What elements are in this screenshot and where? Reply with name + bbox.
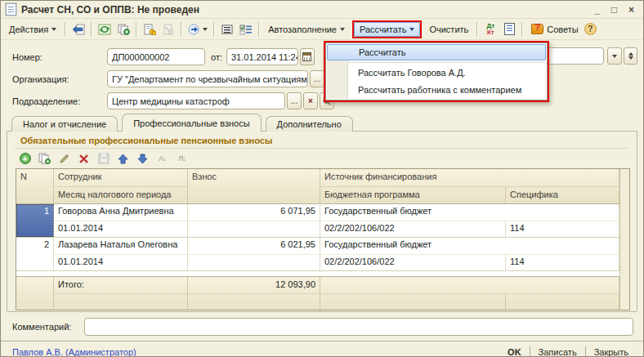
header-specifics[interactable]: Специфика <box>506 186 619 203</box>
dt-kt-icon[interactable]: Дт Кт <box>481 22 499 37</box>
list-settings-icon[interactable] <box>237 22 255 37</box>
table-header: N Сотрудник Взнос Источник финансировани… <box>16 169 629 204</box>
spinner-control[interactable] <box>624 47 637 65</box>
table-row[interactable]: 2 Лазарева Наталья Олеговна 6 021,95 Гос… <box>16 238 629 271</box>
tips-button[interactable]: Советы <box>526 21 583 37</box>
department-field[interactable]: Центр медицины катастроф <box>107 92 285 109</box>
toolbar-separator <box>476 22 478 37</box>
source-cell[interactable]: Государственный бюджет <box>320 238 619 254</box>
copy-create-icon[interactable] <box>114 22 132 37</box>
employee-cell[interactable]: Лазарева Наталья Олеговна <box>54 238 188 254</box>
menu-item-calculate-govorova[interactable]: Рассчитать Говорова А.Д. <box>327 65 546 82</box>
toolbar-separator <box>521 22 523 37</box>
add-row-icon[interactable]: + <box>18 152 32 165</box>
footer-total-value: 12 093,90 <box>188 277 320 293</box>
section-title: Обязательные профессиональные пенсионные… <box>16 134 628 149</box>
sort-asc-icon: А↓ <box>155 152 169 165</box>
tab-panel: Обязательные профессиональные пенсионные… <box>7 131 637 312</box>
row-number-cell[interactable]: 2 <box>16 238 54 270</box>
table-footer: Итого: 12 093,90 <box>16 276 629 310</box>
department-label: Подразделение: <box>12 96 107 106</box>
current-user-link[interactable]: Павлов А.В. (Администратор) <box>12 347 499 357</box>
month-cell[interactable]: 01.01.2014 <box>54 254 188 270</box>
combo-dropdown-button[interactable] <box>607 47 622 65</box>
tab-additional[interactable]: Дополнительно <box>266 116 353 132</box>
source-cell[interactable]: Государственный бюджет <box>320 204 619 221</box>
calculate-dropdown-menu: Рассчитать Рассчитать Говорова А.Д. Расс… <box>325 42 548 100</box>
help-icon[interactable]: ? <box>584 23 597 35</box>
document-window: Расчет СН, СО и ОППВ: Не проведен _ □ × … <box>0 0 644 357</box>
contributions-table: N Сотрудник Взнос Источник финансировани… <box>16 168 630 310</box>
ok-button[interactable]: OK <box>499 347 530 357</box>
empty-cell <box>188 254 320 270</box>
copy-row-icon[interactable] <box>38 152 51 165</box>
employee-cell[interactable]: Говорова Анна Дмитриевна <box>54 204 188 221</box>
autofill-button[interactable]: Автозаполнение <box>263 22 350 37</box>
go-to-icon[interactable] <box>186 22 210 37</box>
header-contribution[interactable]: Взнос <box>188 169 320 203</box>
footer-empty <box>188 293 320 310</box>
actions-menu-button[interactable]: Действия <box>4 22 61 37</box>
delete-row-icon[interactable] <box>77 152 91 165</box>
month-cell[interactable]: 01.01.2014 <box>54 221 188 237</box>
footer-empty <box>320 293 506 310</box>
move-down-icon[interactable] <box>136 152 150 165</box>
clear-button[interactable]: Очистить <box>424 22 473 37</box>
window-title: Расчет СН, СО и ОППВ: Не проведен <box>21 4 585 16</box>
header-source[interactable]: Источник финансирования <box>320 169 619 186</box>
footer-empty <box>320 277 619 293</box>
header-program[interactable]: Бюджетная программа <box>320 186 506 203</box>
date-field[interactable]: 31.01.2014 11:24:08 <box>226 48 298 65</box>
header-employee[interactable]: Сотрудник <box>54 169 188 186</box>
organization-label: Организация: <box>12 74 107 84</box>
refresh-icon[interactable] <box>96 22 114 37</box>
row-number-cell[interactable]: 1 <box>16 204 54 237</box>
tips-book-icon <box>531 24 543 34</box>
header-month[interactable]: Месяц налогового периода <box>54 186 188 203</box>
menu-item-calculate[interactable]: Рассчитать <box>327 44 546 60</box>
close-document-button[interactable]: Закрыть <box>586 347 637 357</box>
clear-label: Очистить <box>429 25 468 34</box>
reread-icon[interactable] <box>69 22 87 37</box>
specifics-cell[interactable]: 114 <box>506 254 619 270</box>
footer-empty <box>506 293 619 310</box>
calculate-label: Рассчитать <box>360 25 406 34</box>
contribution-cell[interactable]: 6 071,95 <box>188 204 320 221</box>
organization-field[interactable]: ГУ "Департамент по чрезвычайным ситуация… <box>107 70 308 87</box>
contribution-cell[interactable]: 6 021,95 <box>188 238 320 254</box>
end-edit-icon <box>96 152 110 165</box>
calendar-button[interactable] <box>300 48 315 65</box>
specifics-cell[interactable]: 114 <box>506 221 619 237</box>
edit-row-icon[interactable] <box>57 152 71 165</box>
tab-tax-and-deduction[interactable]: Налог и отчисление <box>11 116 118 132</box>
post-document-icon[interactable] <box>141 22 159 37</box>
minimize-button[interactable]: _ <box>590 4 604 16</box>
number-field[interactable]: ДП000000002 <box>107 48 205 65</box>
program-cell[interactable]: 02/2/202/106/022 <box>320 221 506 237</box>
sort-desc-icon: Я↓ <box>175 152 189 165</box>
comment-input[interactable] <box>84 318 633 336</box>
tab-professional-contributions[interactable]: Профессиональные взносы <box>122 114 261 132</box>
comment-row: Комментарий: <box>1 312 643 338</box>
vertical-scrollbar[interactable] <box>619 169 629 310</box>
toolbar-separator <box>136 22 137 37</box>
footer-empty <box>54 293 188 310</box>
report-icon[interactable] <box>500 22 518 37</box>
program-cell[interactable]: 02/2/202/106/022 <box>320 254 506 270</box>
empty-cell <box>188 221 320 237</box>
close-button[interactable]: × <box>624 4 638 16</box>
menu-item-calculate-with-comment[interactable]: Рассчитать работника с комментарием <box>327 82 546 99</box>
undo-posting-icon <box>159 22 177 37</box>
header-n[interactable]: N <box>16 169 54 203</box>
tab-bar: Налог и отчисление Профессиональные взно… <box>1 114 643 132</box>
department-clear-button[interactable]: × <box>303 92 318 109</box>
date-label: от: <box>211 52 222 62</box>
save-button[interactable]: Записать <box>530 347 585 357</box>
structure-icon[interactable] <box>218 22 236 37</box>
maximize-button[interactable]: □ <box>607 4 621 16</box>
organization-select-button[interactable]: ... <box>310 70 324 87</box>
calculate-button[interactable]: Рассчитать <box>354 22 420 37</box>
table-row[interactable]: 1 Говорова Анна Дмитриевна 6 071,95 Госу… <box>16 204 629 238</box>
department-select-button[interactable]: ... <box>287 92 302 109</box>
move-up-icon[interactable] <box>116 152 130 165</box>
